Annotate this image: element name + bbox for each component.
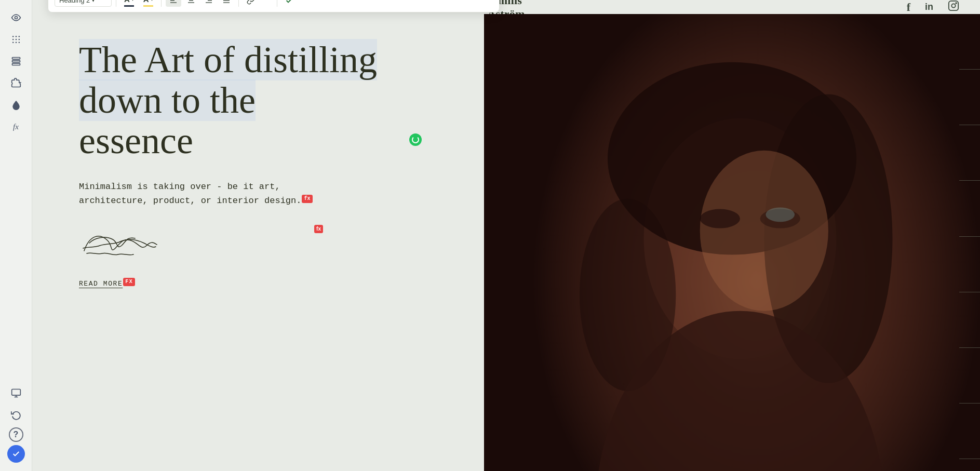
read-more-link[interactable]: READ MOREfx	[79, 278, 458, 288]
fx-badge-body: fx	[302, 195, 312, 203]
text-section: B I U S Aa ▾ ▾	[32, 14, 484, 471]
text-toolbar: B I U S Aa ▾ ▾	[48, 0, 500, 12]
eye-icon[interactable]	[7, 8, 25, 27]
linkedin-icon[interactable]: in	[925, 2, 933, 12]
apply-button[interactable]	[281, 0, 297, 7]
chevron-down-icon: ▾	[131, 0, 134, 2]
heading-style-dropdown[interactable]: Heading 2 ▾	[55, 0, 112, 7]
svg-point-7	[12, 42, 14, 44]
undo-icon[interactable]	[7, 406, 25, 424]
svg-point-42	[700, 209, 740, 228]
svg-point-1	[12, 36, 14, 37]
blockquote-button[interactable]: "	[261, 0, 273, 7]
separator-4	[116, 0, 116, 7]
dots-grid-icon[interactable]	[7, 30, 25, 49]
fx-formula-icon[interactable]: fx	[7, 117, 25, 136]
svg-point-0	[15, 17, 17, 19]
svg-rect-10	[12, 58, 20, 59]
separator-6	[238, 0, 239, 7]
svg-point-41	[700, 151, 828, 311]
social-icons-group: f in	[907, 0, 959, 14]
body-text[interactable]: Minimalism is taking over - be it art, a…	[79, 180, 339, 208]
svg-rect-16	[949, 1, 958, 10]
portrait-image	[484, 14, 980, 471]
layers-icon[interactable]	[7, 52, 25, 71]
svg-point-9	[18, 42, 20, 44]
article-heading[interactable]: The Art of distilling down to the essenc…	[79, 35, 458, 161]
signature-area[interactable]: fx	[79, 225, 458, 263]
facebook-icon[interactable]: f	[907, 1, 910, 14]
svg-point-5	[15, 39, 17, 41]
instagram-icon[interactable]	[948, 0, 959, 14]
align-center-button[interactable]	[183, 0, 199, 7]
grid-overlay	[959, 14, 980, 471]
photo-section	[484, 14, 980, 471]
svg-point-17	[951, 4, 955, 7]
monitor-icon[interactable]	[7, 384, 25, 402]
align-right-button[interactable]	[201, 0, 217, 7]
svg-point-6	[18, 39, 20, 41]
text-color-button[interactable]: A ▾	[120, 0, 138, 8]
left-sidebar: fx ?	[0, 0, 32, 471]
puzzle-icon[interactable]	[7, 74, 25, 92]
separator-5	[161, 0, 162, 7]
svg-rect-11	[12, 60, 20, 62]
loading-indicator	[409, 133, 422, 146]
help-icon[interactable]: ?	[9, 427, 23, 442]
canvas-area: B I U S Aa ▾ ▾	[32, 14, 980, 471]
publish-check-icon[interactable]	[7, 445, 25, 463]
fx-badge-signature: fx	[314, 225, 323, 233]
svg-point-18	[956, 3, 957, 4]
signature-image	[79, 225, 162, 261]
align-justify-button[interactable]	[219, 0, 234, 7]
svg-rect-12	[12, 63, 20, 65]
separator-7	[277, 0, 277, 7]
chevron-down-icon: ▾	[151, 0, 153, 2]
svg-rect-13	[11, 389, 20, 396]
chevron-down-icon: ▾	[92, 0, 95, 3]
svg-point-3	[18, 36, 20, 37]
fx-badge-readmore: fx	[123, 278, 135, 286]
toolbar-row-2: Heading 2 ▾ A ▾ A ▾	[55, 0, 493, 8]
highlight-color-button[interactable]: A ▾	[140, 0, 157, 8]
drop-icon[interactable]	[7, 96, 25, 114]
svg-point-2	[15, 36, 17, 37]
insert-link-button[interactable]	[243, 0, 259, 7]
svg-point-4	[12, 39, 14, 41]
svg-point-8	[15, 42, 17, 44]
align-left-button[interactable]	[166, 0, 181, 7]
main-area: Emilis Aström f in B I U S	[32, 0, 980, 471]
svg-point-44	[766, 207, 795, 222]
